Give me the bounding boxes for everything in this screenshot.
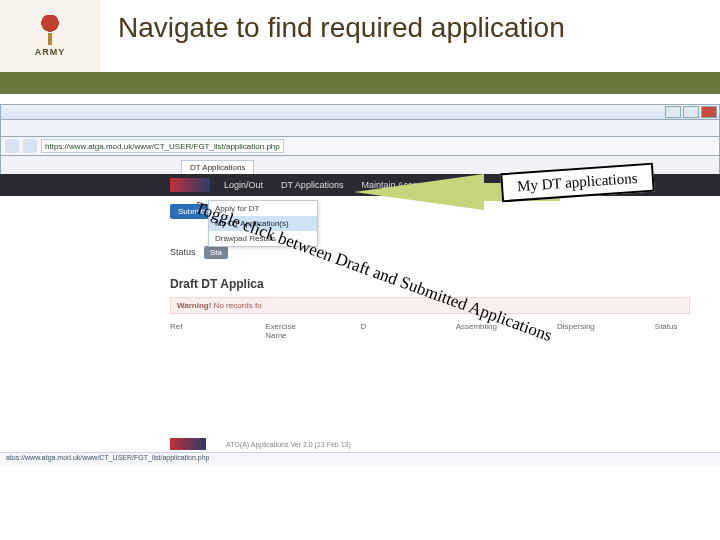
army-logo-block: ARMY — [0, 0, 100, 72]
army-text: ARMY — [35, 47, 66, 57]
col-ref: Ref — [170, 322, 205, 340]
minimize-button[interactable] — [665, 106, 681, 118]
callout-box: My DT applications — [501, 163, 655, 203]
table-header: Ref Exercise Name D Assembling Dispersin… — [170, 322, 690, 340]
slide-title: Navigate to find required application — [118, 12, 710, 44]
col-dispersing: Dispersing — [557, 322, 595, 340]
browser-titlebar — [0, 104, 720, 120]
back-icon[interactable] — [5, 139, 19, 153]
page-tab[interactable]: DT Applications — [181, 160, 254, 174]
nav-login[interactable]: Login/Out — [224, 180, 263, 190]
browser-statusbar: atos://www.atga.mod.uk/www/CT_USER/FGT_l… — [0, 452, 720, 466]
maximize-button[interactable] — [683, 106, 699, 118]
window-controls — [665, 106, 717, 118]
nav-dtapps[interactable]: DT Applications — [281, 180, 343, 190]
footer-text: ATG(A) Applications Ver 2.0 (13 Feb 13) — [226, 441, 351, 448]
callout-mydt: My DT applications — [354, 168, 654, 216]
app-body: Login/Out DT Applications Maintain Accou… — [0, 174, 720, 474]
app-footer: ATG(A) Applications Ver 2.0 (13 Feb 13) — [170, 438, 351, 450]
url-bar[interactable]: https://www.atga.mod.uk/www/CT_USER/FGT_… — [41, 139, 284, 153]
col-d: D — [360, 322, 395, 340]
arrow-icon — [354, 174, 484, 210]
browser-tabstrip — [0, 120, 720, 136]
atga-logo-icon — [170, 178, 210, 192]
forward-icon[interactable] — [23, 139, 37, 153]
url-text: https://www.atga.mod.uk/www/CT_USER/FGT_… — [45, 142, 280, 151]
col-exname: Exercise Name — [265, 322, 300, 340]
col-status: Status — [655, 322, 690, 340]
warning-label: Warning! — [177, 301, 211, 310]
crest-icon — [32, 15, 68, 45]
browser-navbar: https://www.atga.mod.uk/www/CT_USER/FGT_… — [0, 136, 720, 156]
close-button[interactable] — [701, 106, 717, 118]
browser-window: https://www.atga.mod.uk/www/CT_USER/FGT_… — [0, 104, 720, 474]
footer-logo-icon — [170, 438, 206, 450]
warning-text: No records fo — [214, 301, 262, 310]
title-underline — [0, 72, 720, 94]
slide-title-block: Navigate to find required application — [100, 0, 720, 60]
status-button[interactable]: Sta — [204, 246, 228, 259]
status-label: Status — [170, 247, 196, 257]
